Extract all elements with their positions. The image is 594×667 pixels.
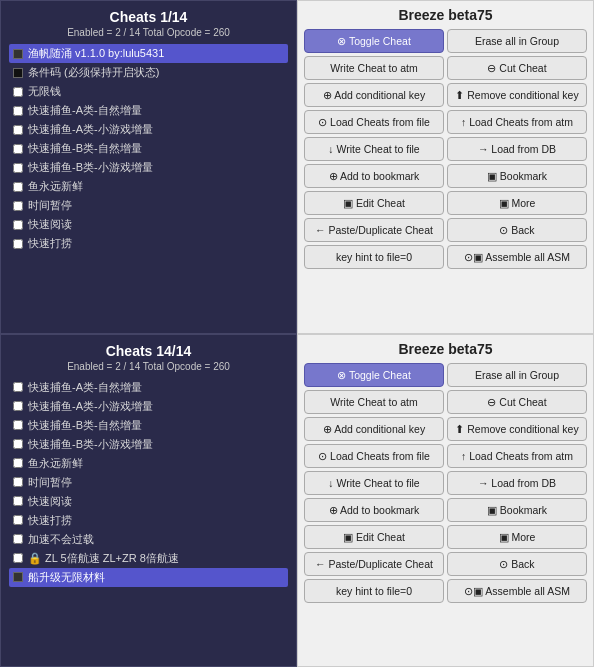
list-item[interactable]: 快速捕鱼-B类-自然增量 bbox=[9, 416, 288, 435]
list-item[interactable]: 无限钱 bbox=[9, 82, 288, 101]
bottom-right-panel: Breeze beta75 ⊗ Toggle CheatErase all in… bbox=[297, 334, 594, 668]
cheat-label: 船升级无限材料 bbox=[28, 570, 105, 585]
list-item[interactable]: 快速打捞 bbox=[9, 511, 288, 530]
cheat-checkbox[interactable] bbox=[13, 201, 23, 211]
list-item[interactable]: 渔帆随涌 v1.1.0 by:lulu5431 bbox=[9, 44, 288, 63]
list-item[interactable]: 条件码 (必须保持开启状态) bbox=[9, 63, 288, 82]
list-item[interactable]: 鱼永远新鲜 bbox=[9, 177, 288, 196]
list-item[interactable]: 快速打捞 bbox=[9, 234, 288, 253]
cheat-label: 加速不会过载 bbox=[28, 532, 94, 547]
cut-cheat-button[interactable]: ⊖ Cut Cheat bbox=[447, 390, 587, 414]
write-cheat-atm-button[interactable]: Write Cheat to atm bbox=[304, 56, 444, 80]
cheat-checkbox[interactable] bbox=[13, 125, 23, 135]
erase-all-button[interactable]: Erase all in Group bbox=[447, 363, 587, 387]
cheat-checkbox[interactable] bbox=[13, 534, 23, 544]
key-hint-button[interactable]: key hint to file=0 bbox=[304, 579, 444, 603]
remove-conditional-key-button[interactable]: ⬆ Remove conditional key bbox=[447, 417, 587, 441]
write-cheat-atm-button[interactable]: Write Cheat to atm bbox=[304, 390, 444, 414]
cheat-checkbox[interactable] bbox=[13, 106, 23, 116]
cheat-checkbox[interactable] bbox=[13, 515, 23, 525]
list-item[interactable]: 快速捕鱼-B类-自然增量 bbox=[9, 139, 288, 158]
load-db-button[interactable]: → Load from DB bbox=[447, 471, 587, 495]
key-hint-button[interactable]: key hint to file=0 bbox=[304, 245, 444, 269]
cheat-checkbox[interactable] bbox=[13, 87, 23, 97]
cheat-checkbox[interactable] bbox=[13, 477, 23, 487]
cheat-checkbox[interactable] bbox=[13, 220, 23, 230]
load-cheats-atm-button[interactable]: ↑ Load Cheats from atm bbox=[447, 444, 587, 468]
bottom-right-btn-grid: ⊗ Toggle CheatErase all in GroupWrite Ch… bbox=[304, 363, 587, 603]
edit-cheat-button[interactable]: ▣ Edit Cheat bbox=[304, 191, 444, 215]
back-button[interactable]: ⊙ Back bbox=[447, 552, 587, 576]
list-item[interactable]: 时间暂停 bbox=[9, 473, 288, 492]
add-bookmark-button[interactable]: ⊕ Add to bookmark bbox=[304, 164, 444, 188]
list-item[interactable]: 快速捕鱼-B类-小游戏增量 bbox=[9, 158, 288, 177]
add-bookmark-button[interactable]: ⊕ Add to bookmark bbox=[304, 498, 444, 522]
cheat-checkbox[interactable] bbox=[13, 439, 23, 449]
cheat-label: 🔒 ZL 5倍航速 ZL+ZR 8倍航速 bbox=[28, 551, 179, 566]
bottom-right-title: Breeze beta75 bbox=[304, 341, 587, 357]
list-item[interactable]: 🔒 ZL 5倍航速 ZL+ZR 8倍航速 bbox=[9, 549, 288, 568]
toggle-cheat-button[interactable]: ⊗ Toggle Cheat bbox=[304, 29, 444, 53]
paste-duplicate-button[interactable]: ← Paste/Duplicate Cheat bbox=[304, 218, 444, 242]
list-item[interactable]: 鱼永远新鲜 bbox=[9, 454, 288, 473]
list-item[interactable]: 时间暂停 bbox=[9, 196, 288, 215]
remove-conditional-key-button[interactable]: ⬆ Remove conditional key bbox=[447, 83, 587, 107]
list-item[interactable]: 快速捕鱼-A类-小游戏增量 bbox=[9, 120, 288, 139]
cheat-checkbox[interactable] bbox=[13, 420, 23, 430]
checkbox-icon bbox=[13, 49, 23, 59]
add-conditional-key-button[interactable]: ⊕ Add conditional key bbox=[304, 417, 444, 441]
cheat-label: 快速打捞 bbox=[28, 236, 72, 251]
load-cheats-atm-button[interactable]: ↑ Load Cheats from atm bbox=[447, 110, 587, 134]
bookmark-button[interactable]: ▣ Bookmark bbox=[447, 498, 587, 522]
cheat-checkbox[interactable] bbox=[13, 553, 23, 563]
checkbox-icon bbox=[13, 572, 23, 582]
write-cheat-file-button[interactable]: ↓ Write Cheat to file bbox=[304, 137, 444, 161]
cheat-label: 快速捕鱼-B类-小游戏增量 bbox=[28, 437, 153, 452]
more-button[interactable]: ▣ More bbox=[447, 191, 587, 215]
cheat-label: 鱼永远新鲜 bbox=[28, 179, 83, 194]
write-cheat-file-button[interactable]: ↓ Write Cheat to file bbox=[304, 471, 444, 495]
list-item[interactable]: 船升级无限材料 bbox=[9, 568, 288, 587]
more-button[interactable]: ▣ More bbox=[447, 525, 587, 549]
list-item[interactable]: 快速阅读 bbox=[9, 215, 288, 234]
toggle-cheat-button[interactable]: ⊗ Toggle Cheat bbox=[304, 363, 444, 387]
add-conditional-key-button[interactable]: ⊕ Add conditional key bbox=[304, 83, 444, 107]
cheat-checkbox[interactable] bbox=[13, 239, 23, 249]
cheat-checkbox[interactable] bbox=[13, 144, 23, 154]
cheat-label: 条件码 (必须保持开启状态) bbox=[28, 65, 159, 80]
list-item[interactable]: 快速阅读 bbox=[9, 492, 288, 511]
bottom-left-subtitle: Enabled = 2 / 14 Total Opcode = 260 bbox=[9, 361, 288, 372]
cheat-label: 快速捕鱼-B类-自然增量 bbox=[28, 141, 142, 156]
cheat-checkbox[interactable] bbox=[13, 458, 23, 468]
cut-cheat-button[interactable]: ⊖ Cut Cheat bbox=[447, 56, 587, 80]
cheat-label: 快速阅读 bbox=[28, 494, 72, 509]
load-cheats-file-button[interactable]: ⊙ Load Cheats from file bbox=[304, 444, 444, 468]
top-left-subtitle: Enabled = 2 / 14 Total Opcode = 260 bbox=[9, 27, 288, 38]
assemble-asm-button[interactable]: ⊙▣ Assemble all ASM bbox=[447, 245, 587, 269]
top-left-title: Cheats 1/14 bbox=[9, 9, 288, 25]
list-item[interactable]: 快速捕鱼-A类-自然增量 bbox=[9, 101, 288, 120]
cheat-checkbox[interactable] bbox=[13, 401, 23, 411]
cheat-label: 快速捕鱼-A类-小游戏增量 bbox=[28, 399, 153, 414]
bookmark-button[interactable]: ▣ Bookmark bbox=[447, 164, 587, 188]
list-item[interactable]: 快速捕鱼-A类-自然增量 bbox=[9, 378, 288, 397]
cheat-label: 快速捕鱼-A类-自然增量 bbox=[28, 103, 142, 118]
top-right-title: Breeze beta75 bbox=[304, 7, 587, 23]
load-cheats-file-button[interactable]: ⊙ Load Cheats from file bbox=[304, 110, 444, 134]
paste-duplicate-button[interactable]: ← Paste/Duplicate Cheat bbox=[304, 552, 444, 576]
cheat-checkbox[interactable] bbox=[13, 182, 23, 192]
cheat-label: 快速打捞 bbox=[28, 513, 72, 528]
list-item[interactable]: 快速捕鱼-A类-小游戏增量 bbox=[9, 397, 288, 416]
erase-all-button[interactable]: Erase all in Group bbox=[447, 29, 587, 53]
cheat-checkbox[interactable] bbox=[13, 163, 23, 173]
list-item[interactable]: 加速不会过载 bbox=[9, 530, 288, 549]
cheat-label: 快速阅读 bbox=[28, 217, 72, 232]
edit-cheat-button[interactable]: ▣ Edit Cheat bbox=[304, 525, 444, 549]
load-db-button[interactable]: → Load from DB bbox=[447, 137, 587, 161]
bottom-left-cheat-list: 快速捕鱼-A类-自然增量快速捕鱼-A类-小游戏增量快速捕鱼-B类-自然增量快速捕… bbox=[9, 378, 288, 587]
list-item[interactable]: 快速捕鱼-B类-小游戏增量 bbox=[9, 435, 288, 454]
assemble-asm-button[interactable]: ⊙▣ Assemble all ASM bbox=[447, 579, 587, 603]
cheat-checkbox[interactable] bbox=[13, 382, 23, 392]
back-button[interactable]: ⊙ Back bbox=[447, 218, 587, 242]
cheat-checkbox[interactable] bbox=[13, 496, 23, 506]
